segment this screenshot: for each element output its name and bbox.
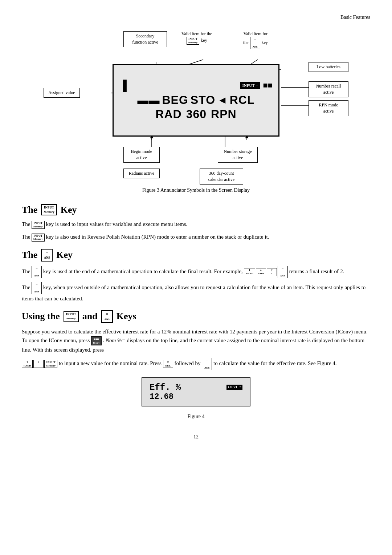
down-key[interactable]: ▼DEL bbox=[163, 360, 173, 368]
input-key-title: The INPUTMemory Key bbox=[22, 204, 370, 215]
display-rpn-text: RPN bbox=[211, 107, 237, 121]
section-eq-key: The =ANS Key The =ANS key is used at the… bbox=[22, 249, 370, 303]
using-eq-key-button[interactable]: =ANS bbox=[101, 310, 113, 323]
label-radians-active: Radians active bbox=[123, 169, 160, 178]
section-input-key: The INPUTMemory Key The INPUTMemory key … bbox=[22, 204, 370, 242]
input-key-para2: The INPUTMemory key is also used in Reve… bbox=[22, 232, 370, 242]
label-valid-item-input: Valid item for the INPUTMemory key bbox=[181, 31, 212, 45]
display-rad-text: RAD bbox=[155, 107, 181, 121]
display-360-text: 360 bbox=[186, 107, 207, 121]
eq-key-button[interactable]: =ANS bbox=[41, 249, 53, 262]
diagram-container: ▐ INPUT = ■■ ▬▬ BEG STO ◄ RCL RAD 360 RP… bbox=[40, 28, 352, 184]
label-secondary-function: Secondary function active bbox=[123, 31, 167, 47]
page-number: 12 bbox=[22, 434, 370, 440]
label-number-recall: Number recallactive bbox=[309, 81, 348, 97]
calc-input-indicator: INPUT = bbox=[226, 385, 242, 390]
eq-key-seq2[interactable]: =ANS bbox=[202, 358, 212, 370]
page-header: Basic Features bbox=[22, 15, 370, 20]
calc-line1: Eff. % INPUT = bbox=[150, 382, 242, 392]
key-2-seq2[interactable]: 2— bbox=[33, 360, 44, 368]
eq-key-inline1[interactable]: =ANS bbox=[32, 266, 42, 278]
label-number-storage: Number storageactive bbox=[218, 147, 258, 163]
eq-key-para2: The =ANS key, when pressed outside of a … bbox=[22, 282, 370, 303]
display-arrow: ◄ bbox=[217, 94, 228, 106]
label-valid-item-eq: Valid item for the =ANS key bbox=[243, 31, 268, 49]
figure3-caption: Figure 3 Annunciator Symbols in the Scre… bbox=[22, 187, 370, 193]
display-sto-text: STO bbox=[191, 93, 215, 107]
label-360-calendar: 360 day-countcalendar active bbox=[200, 169, 243, 185]
calc-line2: 12.68 bbox=[150, 392, 242, 401]
figure4-caption: Figure 4 bbox=[22, 414, 370, 420]
eq-key-para1: The =ANS key is used at the end of a mat… bbox=[22, 266, 370, 278]
key-1-seq2[interactable]: 1RAND bbox=[22, 360, 33, 368]
using-input-key-button[interactable]: INPUTMemory bbox=[64, 311, 79, 322]
label-assigned-value: Assigned value bbox=[44, 88, 80, 98]
label-begin-mode: Begin modeactive bbox=[123, 147, 160, 163]
input-key-para1: The INPUTMemory key is used to input val… bbox=[22, 220, 370, 229]
label-rpn-mode: RPN modeactive bbox=[309, 100, 348, 116]
input-key-label: INPUTMemory bbox=[187, 37, 200, 45]
figure4-display: Eff. % INPUT = 12.68 bbox=[142, 377, 250, 406]
label-low-batteries: Low batteries bbox=[309, 62, 348, 72]
eq-key-title: The =ANS Key bbox=[22, 249, 370, 262]
using-keys-title: Using the INPUTMemory and =ANS Keys bbox=[22, 310, 370, 323]
key-eq[interactable]: =ANS bbox=[278, 266, 288, 278]
calculator-display: ▐ INPUT = ■■ ▬▬ BEG STO ◄ RCL RAD 360 RP… bbox=[113, 64, 279, 137]
key-input-seq2[interactable]: INPUTMemory bbox=[44, 360, 57, 368]
input-key-inline1[interactable]: INPUTMemory bbox=[32, 221, 45, 229]
input-key-button[interactable]: INPUTMemory bbox=[41, 204, 57, 215]
iconv-key[interactable]: ■■■IConv bbox=[91, 336, 102, 345]
key-sequence-1: 1RAND +RMO 21 =ANS bbox=[244, 266, 287, 278]
key-plus[interactable]: +RMO bbox=[256, 268, 266, 276]
key-2[interactable]: 21 bbox=[267, 268, 277, 276]
eq-key-label: =ANS bbox=[250, 37, 260, 49]
display-beg: ▬▬ bbox=[137, 94, 160, 107]
header-title: Basic Features bbox=[340, 15, 370, 20]
input-key-inline2[interactable]: INPUTMemory bbox=[32, 234, 45, 242]
using-keys-para2: 1RAND 2— INPUTMemory to input a new valu… bbox=[22, 358, 370, 370]
section-using-keys: Using the INPUTMemory and =ANS Keys Supp… bbox=[22, 310, 370, 370]
eq-key-inline2[interactable]: =ANS bbox=[32, 282, 42, 294]
key-1[interactable]: 1RAND bbox=[244, 268, 255, 276]
input-indicator: INPUT = bbox=[240, 82, 260, 89]
display-beg-text: BEG bbox=[162, 93, 188, 107]
using-keys-para1: Suppose you wanted to calculate the effe… bbox=[22, 327, 370, 354]
display-rcl-text: RCL bbox=[230, 93, 255, 107]
key-sequence-2: 1RAND 2— INPUTMemory bbox=[22, 360, 57, 368]
